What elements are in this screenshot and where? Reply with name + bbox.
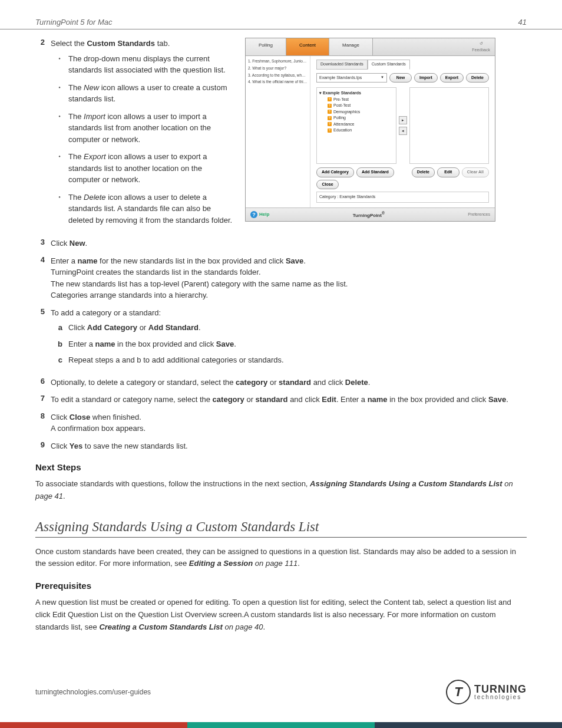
step3-bold: New <box>70 239 85 248</box>
s5a-letter: a <box>51 322 68 334</box>
tree-item[interactable]: Post-Test <box>333 103 351 109</box>
s6-a: Optionally, to delete a category or stan… <box>51 378 236 387</box>
step-number: 8 <box>35 411 51 434</box>
step2-intro-a: Select the <box>51 39 87 48</box>
logo-text-big: TURNING <box>474 684 527 694</box>
s4-l1a: Enter a <box>51 256 78 265</box>
step2-b3i: Import <box>84 112 105 121</box>
feedback-label: Feedback <box>472 47 490 54</box>
question-item[interactable]: 3. According to the syllabus, where d... <box>248 73 308 78</box>
s6-b3: Delete <box>345 378 368 387</box>
standards-dropdown[interactable]: Example Standards.tps ▼ <box>316 73 387 83</box>
logo-mark-icon: T <box>446 680 471 704</box>
dropdown-value: Example Standards.tps <box>319 75 362 81</box>
delete-button[interactable]: Delete <box>466 73 489 83</box>
tree-item[interactable]: Polling <box>333 115 346 121</box>
help-label: Help <box>259 211 269 218</box>
import-button[interactable]: Import <box>414 73 438 83</box>
s9-b: to save the new standards list. <box>82 442 187 450</box>
bullet-icon: ● <box>51 192 68 226</box>
tree-item[interactable]: Education <box>333 127 352 134</box>
s7-a: To edit a standard or category name, sel… <box>51 395 213 404</box>
export-button[interactable]: Export <box>440 73 464 83</box>
arrow-left-button[interactable]: ◂ <box>399 127 407 135</box>
help-icon: ? <box>250 211 257 218</box>
s6-c: and click <box>311 378 345 387</box>
close-button[interactable]: Close <box>316 180 339 190</box>
sec2-p1-c: . <box>297 559 300 568</box>
s5b-b2: Save <box>216 340 234 348</box>
xref-editing-session[interactable]: Editing a Session <box>189 559 253 568</box>
s5a-b2: Add Standard <box>148 323 199 332</box>
s4-l4: Categories arrange standards into a hier… <box>51 289 527 301</box>
tree-root-label[interactable]: Example Standards <box>323 91 361 95</box>
subtab-custom-standards[interactable]: Custom Standards <box>368 60 410 70</box>
question-icon: ? <box>328 97 332 101</box>
prerequisites-heading: Prerequisites <box>35 581 527 591</box>
step2-b4i: Export <box>84 152 106 161</box>
s5b-letter: b <box>51 338 68 350</box>
page-footer: turningtechnologies.com/user-guides T TU… <box>35 680 527 704</box>
edit-button[interactable]: Edit <box>437 167 459 177</box>
step2-b2a: The <box>68 83 84 92</box>
clear-all-button[interactable]: Clear All <box>462 167 489 177</box>
tree-item[interactable]: Demographics <box>333 109 360 116</box>
next-steps-text-a: To associate standards with questions, f… <box>35 479 310 488</box>
preferences-button[interactable]: Preferences <box>468 212 490 218</box>
arrow-right-button[interactable]: ▸ <box>399 116 407 124</box>
s5c-1: Repeat steps a and b to add additional c… <box>68 354 284 366</box>
category-field[interactable]: Category : Example Standards <box>316 192 489 203</box>
s4-l1b: for the new standards list in the box pr… <box>98 256 286 265</box>
tab-content[interactable]: Content <box>286 38 329 55</box>
bullet-icon: ● <box>51 53 68 76</box>
xref-creating-custom-standards[interactable]: Creating a Custom Standards List <box>99 622 222 631</box>
header-page-number: 41 <box>518 18 527 27</box>
question-item[interactable]: 1. Freshman, Sophomore, Junior or S... <box>248 58 308 64</box>
bullet-icon: ● <box>51 111 68 146</box>
step-number: 5 <box>35 307 51 371</box>
s5-intro: To add a category or a standard: <box>51 307 527 319</box>
xref-assigning-standards[interactable]: Assigning Standards Using a Custom Stand… <box>310 479 503 488</box>
footer-url: turningtechnologies.com/user-guides <box>35 688 151 696</box>
question-icon: ? <box>328 129 332 133</box>
question-item[interactable]: 2. What is your major? <box>248 65 308 71</box>
feedback-button[interactable]: ↺ Feedback <box>467 38 495 55</box>
step-number: 7 <box>35 394 51 406</box>
collapse-icon[interactable]: ▾ <box>319 91 322 95</box>
s7-d: . Enter a <box>336 395 368 404</box>
app-screenshot: Polling Content Manage ↺ Feedback 1. F <box>245 38 495 222</box>
s5b-3: . <box>234 340 236 348</box>
step2-b5i: Delete <box>84 193 106 202</box>
step2-b4a: The <box>68 152 84 161</box>
s5b-b1: name <box>95 340 115 348</box>
step-number: 6 <box>35 377 51 388</box>
s7-f: . <box>506 395 508 404</box>
header-title: TurningPoint 5 for Mac <box>35 18 113 27</box>
step3-b: . <box>85 239 88 248</box>
step2-b5a: The <box>68 193 84 202</box>
bottom-color-bar <box>0 722 562 728</box>
s6-b: or <box>267 378 279 387</box>
new-button[interactable]: New <box>389 73 412 83</box>
s7-b2: standard <box>256 395 288 404</box>
delete-standard-button[interactable]: Delete <box>412 167 435 177</box>
s4-l1b2: Save <box>286 256 303 265</box>
question-item[interactable]: 4. What is the official name of this co.… <box>248 79 308 85</box>
step-number: 4 <box>35 255 51 301</box>
s8-l1c: when finished. <box>90 413 141 421</box>
s5b-1: Enter a <box>68 340 95 348</box>
tab-polling[interactable]: Polling <box>246 38 286 55</box>
tree-item[interactable]: Pre-Test <box>333 97 349 103</box>
add-category-button[interactable]: Add Category <box>316 167 354 177</box>
step2-b2i: New <box>84 83 99 92</box>
subtab-downloaded-standards[interactable]: Downloaded Standards <box>316 60 368 70</box>
chevron-down-icon: ▼ <box>381 75 384 80</box>
s5b-2: in the box provided and click <box>115 340 216 348</box>
assigned-standards-pane <box>409 87 490 164</box>
help-button[interactable]: ? Help <box>250 211 269 218</box>
s5a-2: or <box>137 323 148 332</box>
tab-manage[interactable]: Manage <box>329 38 373 55</box>
step-number: 3 <box>35 238 51 249</box>
tree-item[interactable]: Attendance <box>333 121 354 128</box>
add-standard-button[interactable]: Add Standard <box>356 167 394 177</box>
